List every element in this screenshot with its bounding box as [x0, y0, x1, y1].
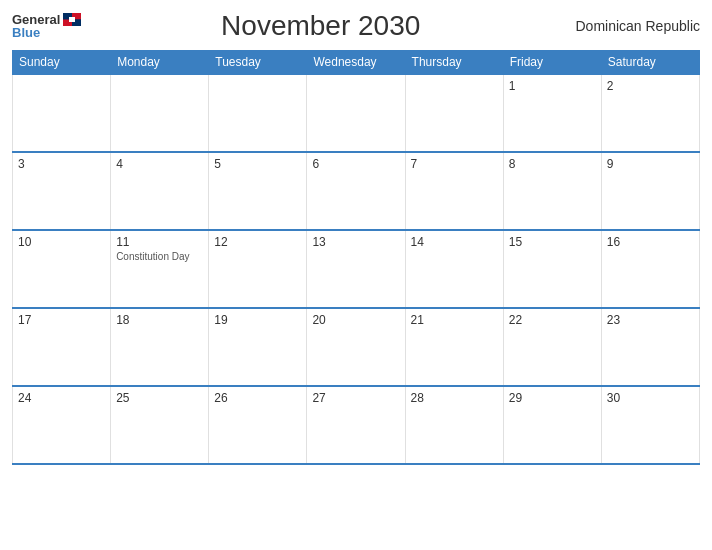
- calendar-cell: 18: [111, 308, 209, 386]
- day-number: 13: [312, 235, 399, 249]
- logo-flag-icon: [63, 13, 81, 26]
- calendar-cell: 22: [503, 308, 601, 386]
- day-number: 28: [411, 391, 498, 405]
- calendar-week-0: 12: [13, 74, 700, 152]
- day-number: 1: [509, 79, 596, 93]
- col-friday: Friday: [503, 51, 601, 75]
- day-number: 7: [411, 157, 498, 171]
- calendar-week-4: 24252627282930: [13, 386, 700, 464]
- country-name: Dominican Republic: [560, 18, 700, 34]
- calendar-cell: 6: [307, 152, 405, 230]
- calendar-cell: [307, 74, 405, 152]
- day-number: 22: [509, 313, 596, 327]
- calendar-cell: 4: [111, 152, 209, 230]
- day-number: 26: [214, 391, 301, 405]
- calendar-cell: 3: [13, 152, 111, 230]
- calendar-cell: 10: [13, 230, 111, 308]
- calendar-cell: 13: [307, 230, 405, 308]
- calendar-cell: 2: [601, 74, 699, 152]
- calendar-cell: [111, 74, 209, 152]
- logo-blue: Blue: [12, 25, 40, 40]
- calendar-table: Sunday Monday Tuesday Wednesday Thursday…: [12, 50, 700, 465]
- calendar-cell: 21: [405, 308, 503, 386]
- calendar-cell: 8: [503, 152, 601, 230]
- calendar-cell: 23: [601, 308, 699, 386]
- calendar-cell: [405, 74, 503, 152]
- day-number: 17: [18, 313, 105, 327]
- day-number: 18: [116, 313, 203, 327]
- day-number: 8: [509, 157, 596, 171]
- calendar-header-row: Sunday Monday Tuesday Wednesday Thursday…: [13, 51, 700, 75]
- day-number: 2: [607, 79, 694, 93]
- calendar-header: General Blue November 2030 Dominican Rep…: [12, 10, 700, 42]
- calendar-cell: 15: [503, 230, 601, 308]
- col-saturday: Saturday: [601, 51, 699, 75]
- calendar-cell: 1: [503, 74, 601, 152]
- day-number: 25: [116, 391, 203, 405]
- calendar-week-3: 17181920212223: [13, 308, 700, 386]
- calendar-cell: 27: [307, 386, 405, 464]
- calendar-cell: 25: [111, 386, 209, 464]
- day-number: 14: [411, 235, 498, 249]
- day-number: 30: [607, 391, 694, 405]
- month-title: November 2030: [81, 10, 560, 42]
- calendar-cell: [209, 74, 307, 152]
- col-wednesday: Wednesday: [307, 51, 405, 75]
- day-number: 23: [607, 313, 694, 327]
- day-number: 21: [411, 313, 498, 327]
- calendar-cell: 14: [405, 230, 503, 308]
- calendar-week-1: 3456789: [13, 152, 700, 230]
- day-number: 16: [607, 235, 694, 249]
- day-number: 9: [607, 157, 694, 171]
- day-number: 3: [18, 157, 105, 171]
- calendar-cell: 17: [13, 308, 111, 386]
- calendar-cell: 7: [405, 152, 503, 230]
- day-number: 5: [214, 157, 301, 171]
- col-tuesday: Tuesday: [209, 51, 307, 75]
- day-number: 6: [312, 157, 399, 171]
- calendar-cell: 26: [209, 386, 307, 464]
- day-number: 11: [116, 235, 203, 249]
- day-number: 29: [509, 391, 596, 405]
- day-number: 27: [312, 391, 399, 405]
- day-number: 4: [116, 157, 203, 171]
- day-number: 12: [214, 235, 301, 249]
- calendar-cell: [13, 74, 111, 152]
- calendar-cell: 12: [209, 230, 307, 308]
- calendar-cell: 5: [209, 152, 307, 230]
- logo: General Blue: [12, 12, 81, 40]
- day-number: 20: [312, 313, 399, 327]
- calendar-cell: 30: [601, 386, 699, 464]
- day-number: 19: [214, 313, 301, 327]
- day-number: 15: [509, 235, 596, 249]
- calendar-cell: 24: [13, 386, 111, 464]
- col-sunday: Sunday: [13, 51, 111, 75]
- calendar-cell: 20: [307, 308, 405, 386]
- col-monday: Monday: [111, 51, 209, 75]
- calendar-page: General Blue November 2030 Dominican Rep…: [0, 0, 712, 550]
- calendar-cell: 19: [209, 308, 307, 386]
- col-thursday: Thursday: [405, 51, 503, 75]
- day-number: 10: [18, 235, 105, 249]
- calendar-week-2: 1011Constitution Day1213141516: [13, 230, 700, 308]
- svg-rect-5: [69, 17, 75, 22]
- calendar-cell: 9: [601, 152, 699, 230]
- calendar-cell: 11Constitution Day: [111, 230, 209, 308]
- day-event: Constitution Day: [116, 251, 203, 262]
- calendar-cell: 28: [405, 386, 503, 464]
- calendar-cell: 16: [601, 230, 699, 308]
- calendar-cell: 29: [503, 386, 601, 464]
- day-number: 24: [18, 391, 105, 405]
